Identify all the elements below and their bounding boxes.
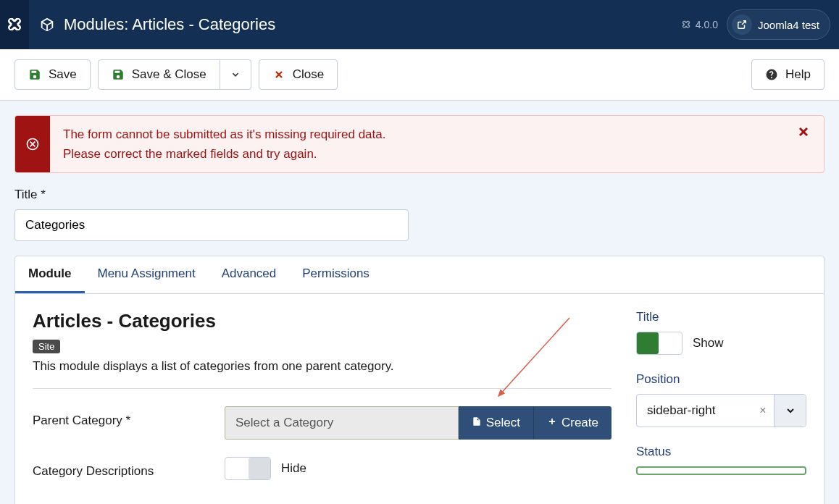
alert-line-1: The form cannot be submitted as it's mis… (63, 125, 770, 144)
save-icon (28, 68, 41, 81)
parent-category-label: Parent Category * (33, 406, 225, 428)
category-descriptions-label: Category Descriptions (33, 457, 225, 479)
parent-category-row: Parent Category * Select a Category Sele… (33, 406, 611, 440)
save-icon (112, 68, 125, 81)
tab-bar: Module Menu Assignment Advanced Permissi… (15, 256, 824, 294)
module-description: This module displays a list of categorie… (33, 359, 611, 374)
error-icon (15, 116, 50, 172)
alert-line-2: Please correct the marked fields and try… (63, 144, 770, 164)
category-descriptions-row: Category Descriptions Hide (33, 457, 611, 480)
module-heading: Articles - Categories (33, 310, 611, 332)
tab-permissions[interactable]: Permissions (289, 256, 383, 293)
external-link-icon (732, 14, 752, 35)
category-descriptions-toggle[interactable] (225, 457, 271, 480)
position-label: Position (636, 372, 806, 387)
show-title-label: Title (636, 310, 806, 324)
category-descriptions-value: Hide (281, 461, 306, 476)
position-clear-button[interactable]: × (752, 404, 774, 417)
joomla-logo-icon[interactable] (0, 0, 29, 49)
error-alert: The form cannot be submitted as it's mis… (14, 115, 825, 173)
parent-category-select-button[interactable]: Select (459, 406, 533, 440)
app-header: Modules: Articles - Categories 4.0.0 Joo… (0, 0, 839, 49)
status-field: Status (636, 445, 806, 475)
position-field: Position sidebar-right × (636, 372, 806, 427)
question-icon (765, 68, 778, 81)
close-button[interactable]: Close (259, 59, 338, 90)
parent-category-input[interactable]: Select a Category (225, 406, 459, 440)
divider (33, 388, 611, 389)
tab-menu-assignment[interactable]: Menu Assignment (85, 256, 209, 293)
title-field-block: Title * (14, 188, 825, 241)
status-select[interactable] (636, 466, 806, 475)
help-button[interactable]: Help (751, 59, 825, 90)
position-value: sidebar-right (637, 395, 752, 426)
title-label: Title * (14, 188, 825, 202)
client-badge: Site (33, 340, 60, 353)
parent-category-create-button[interactable]: Create (533, 406, 611, 440)
show-title-value: Show (693, 336, 724, 350)
save-close-button[interactable]: Save & Close (98, 59, 220, 90)
save-close-group: Save & Close (98, 59, 251, 90)
show-title-toggle[interactable] (636, 332, 683, 355)
chevron-down-icon (229, 68, 242, 81)
position-combobox[interactable]: sidebar-right × (636, 394, 806, 427)
file-icon (472, 416, 482, 431)
position-caret-button[interactable] (774, 395, 806, 427)
alert-close-button[interactable] (783, 116, 824, 172)
plus-icon (547, 416, 557, 430)
save-button[interactable]: Save (14, 59, 91, 90)
site-link-pill[interactable]: Joomla4 test (727, 9, 830, 40)
version-badge[interactable]: 4.0.0 (681, 19, 718, 30)
title-input[interactable] (14, 209, 409, 241)
tabs-card: Module Menu Assignment Advanced Permissi… (14, 256, 825, 504)
save-dropdown-button[interactable] (220, 59, 251, 90)
cube-icon (39, 17, 55, 33)
show-title-field: Title Show (636, 310, 806, 355)
action-toolbar: Save Save & Close Close Help (0, 49, 839, 101)
close-icon (272, 68, 285, 81)
page-title: Modules: Articles - Categories (64, 15, 275, 34)
tab-advanced[interactable]: Advanced (209, 256, 290, 293)
tab-module[interactable]: Module (15, 256, 85, 293)
status-label: Status (636, 445, 806, 459)
